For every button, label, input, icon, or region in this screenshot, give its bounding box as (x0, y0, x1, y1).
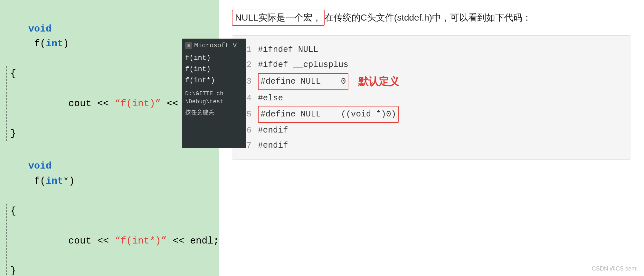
code-text-7: #endif (258, 138, 288, 153)
right-panel: NULL实际是一个宏， 在传统的C头文件(stddef.h)中，可以看到如下代码… (219, 0, 644, 276)
code-row-6: 6 #endif (242, 123, 621, 138)
code-block-null: 1 #ifndef NULL 2 #ifdef __cplusplus 3 #d… (232, 35, 631, 160)
terminal-panel: ⊞ Microsoft V f(int) f(int) f(int*) D:\G… (182, 39, 246, 148)
terminal-press: 按任意键关 (185, 108, 243, 116)
top-description: NULL实际是一个宏， 在传统的C头文件(stddef.h)中，可以看到如下代码… (232, 10, 631, 26)
code-row-2: 2 #ifdef __cplusplus (242, 57, 621, 72)
code-block-void-intp: { cout << “f(int*)” << endl; } (6, 204, 214, 276)
terminal-line-2: f(int) (185, 64, 243, 75)
kw-void: void (28, 23, 52, 34)
define-null-void-box: #define NULL ((void *)0) (258, 106, 399, 123)
terminal-path: D:\GITTE ch\Debug\test (185, 90, 243, 106)
left-code-panel: void f(int) { cout << “f(int)” << endl; … (0, 0, 219, 276)
define-null-box: #define NULL 0 (258, 73, 348, 90)
code-text-3: #define NULL 0 默认定义 (258, 72, 399, 91)
terminal-header: ⊞ Microsoft V (185, 42, 243, 49)
terminal-title: Microsoft V (194, 42, 237, 49)
footer-credit: CSDN @CS semi (592, 265, 638, 272)
code-text-1: #ifndef NULL (258, 42, 318, 57)
code-text-2: #ifdef __cplusplus (258, 57, 348, 72)
code-row-7: 7 #endif (242, 138, 621, 153)
code-text-5: #define NULL ((void *)0) (258, 106, 399, 123)
default-define-label: 默认定义 (358, 72, 399, 91)
code-row-4: 4 #else (242, 91, 621, 106)
code-row-5: 5 #define NULL ((void *)0) (242, 106, 621, 123)
top-description-text: 在传统的C头文件(stddef.h)中，可以看到如下代码： (325, 11, 532, 24)
terminal-icon: ⊞ (185, 42, 192, 49)
code-row-1: 1 #ifndef NULL (242, 42, 621, 57)
terminal-line-1: f(int) (185, 52, 243, 64)
code-row-3: 3 #define NULL 0 默认定义 (242, 72, 621, 91)
code-line-void-intp: void f(int*) (5, 144, 214, 204)
code-text-6: #endif (258, 123, 288, 138)
code-text-4: #else (258, 91, 283, 106)
terminal-line-3: f(int*) (185, 75, 243, 86)
null-macro-highlight: NULL实际是一个宏， (232, 10, 325, 26)
